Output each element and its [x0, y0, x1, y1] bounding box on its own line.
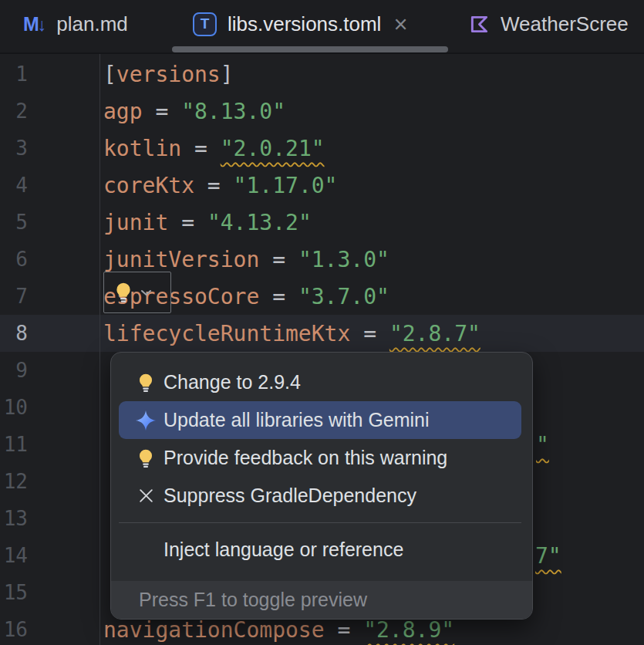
menu-separator — [119, 522, 521, 523]
line-number: 4 — [0, 174, 28, 197]
toml-file-icon: T — [193, 12, 217, 36]
warning-underlined-value: "2.0.21" — [221, 136, 325, 161]
markdown-file-icon: M↓ — [23, 13, 46, 35]
menu-item-suppress[interactable]: Suppress GradleDependency — [119, 477, 521, 515]
line-number: 8 — [0, 322, 28, 345]
editor-line-4[interactable]: 4coreKtx = "1.17.0" — [0, 167, 644, 204]
active-tab-underline — [172, 46, 448, 52]
footer-hint-text: Press F1 to toggle preview — [139, 589, 367, 611]
editor-line-5[interactable]: 5junit = "4.13.2" — [0, 204, 644, 241]
menu-item-update-all-gemini[interactable]: Update all libraries with Gemini — [119, 401, 521, 439]
editor-line-1[interactable]: 1[versions] — [0, 56, 644, 93]
line-number: 1 — [0, 62, 28, 86]
line-number: 11 — [0, 433, 28, 456]
line-number: 5 — [0, 211, 28, 234]
intention-actions-popup: Change to 2.9.4 Update all libraries wit… — [110, 352, 533, 620]
editor-line-3[interactable]: 3kotlin = "2.0.21" — [0, 130, 644, 167]
line-number: 16 — [0, 618, 28, 641]
warning-underlined-value: "2.8.7" — [389, 321, 480, 346]
menu-item-change-to[interactable]: Change to 2.9.4 — [119, 363, 521, 401]
close-tab-icon[interactable]: × — [393, 12, 407, 36]
kotlin-file-icon — [469, 14, 490, 35]
line-number: 7 — [0, 285, 28, 308]
menu-item-inject-language[interactable]: Inject language or reference — [119, 531, 521, 569]
editor-tab-bar: M↓ plan.md T libs.versions.toml × Weathe… — [0, 0, 644, 54]
tab-weatherscreen[interactable]: WeatherScree — [448, 0, 644, 48]
editor-line-2[interactable]: 2agp = "8.13.0" — [0, 93, 644, 130]
popup-footer-hint: Press F1 to toggle preview — [111, 581, 532, 619]
gemini-sparkle-icon — [134, 408, 157, 433]
line-number: 2 — [0, 100, 28, 123]
partially-hidden-value: " — [536, 432, 549, 458]
lightbulb-icon — [134, 448, 157, 468]
partially-hidden-value: 7" — [535, 543, 561, 569]
line-number: 9 — [0, 359, 28, 382]
menu-item-provide-feedback[interactable]: Provide feedback on this warning — [119, 439, 521, 477]
tab-label: WeatherScree — [501, 12, 629, 36]
lightbulb-icon — [134, 373, 157, 393]
line-number: 14 — [0, 544, 28, 567]
line-number: 13 — [0, 507, 28, 530]
intention-bulb-button[interactable] — [103, 272, 171, 313]
line-number: 12 — [0, 470, 28, 493]
chevron-down-icon — [140, 289, 152, 296]
gutter-separator — [99, 54, 100, 645]
line-number: 3 — [0, 137, 28, 160]
tab-label: libs.versions.toml — [228, 12, 381, 36]
tab-label: plan.md — [56, 12, 128, 36]
close-x-icon — [134, 488, 157, 504]
line-number: 15 — [0, 581, 28, 604]
editor-line-7[interactable]: 7espressoCore = "3.7.0" — [0, 278, 644, 315]
line-number: 10 — [0, 396, 28, 419]
tab-libs-versions-toml[interactable]: T libs.versions.toml × — [172, 0, 448, 48]
line-number: 6 — [0, 248, 28, 271]
editor-line-6[interactable]: 6junitVersion = "1.3.0" — [0, 241, 644, 278]
lightbulb-icon — [113, 282, 134, 303]
warning-underlined-value: "2.8.9" — [363, 617, 454, 643]
editor-line-8-current[interactable]: 8lifecycleRuntimeKtx = "2.8.7" — [0, 315, 644, 352]
tab-plan-md[interactable]: M↓ plan.md — [0, 0, 172, 48]
